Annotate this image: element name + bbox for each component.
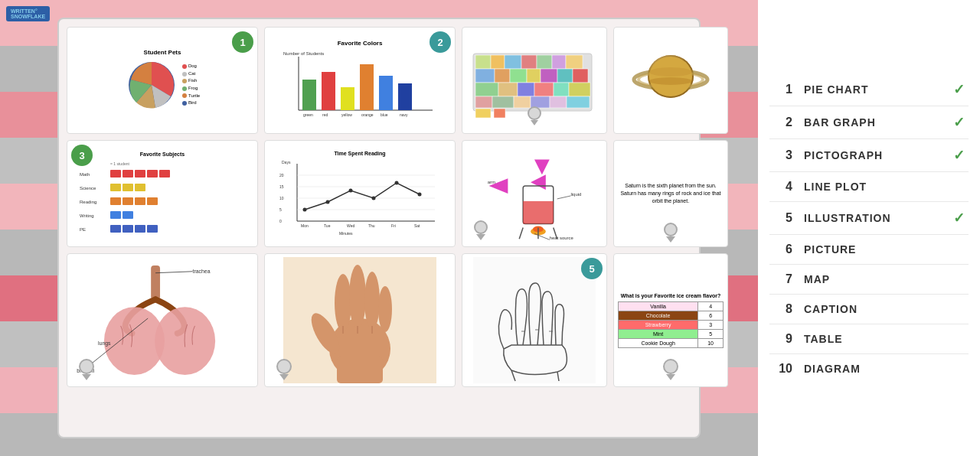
flavor-count: 3 (698, 321, 724, 330)
svg-rect-69 (110, 211, 121, 219)
svg-text:Writing: Writing (80, 213, 94, 218)
svg-text:orange: orange (361, 112, 374, 117)
caption-pin (664, 223, 678, 243)
answer-item-2[interactable]: 2 BAR GRAPH ✓ (769, 106, 969, 139)
badge-5: 5 (581, 258, 603, 279)
answer-item-8[interactable]: 8 CAPTION (769, 295, 969, 324)
svg-rect-34 (534, 83, 554, 96)
answer-item-7[interactable]: 7 MAP (769, 265, 969, 295)
flavor-count: 6 (698, 311, 724, 321)
svg-text:Sat: Sat (414, 223, 420, 228)
flavor-name: Vanilla (619, 302, 698, 311)
svg-line-111 (557, 196, 571, 199)
diagram-card[interactable]: liquid arm heat source (462, 140, 607, 247)
map-pin (528, 106, 541, 125)
table-row: Strawberry 3 (619, 321, 724, 330)
answer-item-3[interactable]: 3 PICTOGRAPH ✓ (769, 139, 969, 172)
map-card[interactable] (462, 27, 607, 134)
svg-rect-70 (122, 211, 133, 219)
caption-card[interactable]: Saturn is the sixth planet from the sun.… (613, 140, 728, 247)
svg-rect-116 (151, 265, 160, 299)
svg-rect-67 (135, 197, 145, 205)
line-plot-card[interactable]: Time Spent Reading Days 0 5 10 15 (264, 140, 456, 247)
answer-label: CAPTION (804, 303, 965, 315)
answer-label: TABLE (804, 333, 965, 345)
flavor-count: 4 (698, 302, 724, 311)
svg-point-51 (649, 77, 692, 85)
svg-rect-18 (491, 55, 505, 69)
line-plot-svg: Days 0 5 10 15 20 (278, 156, 443, 236)
answer-label: PIE CHART (804, 83, 942, 96)
svg-rect-64 (135, 184, 145, 191)
anatomy-card[interactable]: trachea lungs bronchi (67, 253, 258, 387)
planet-svg (621, 38, 720, 122)
svg-text:Wed: Wed (347, 223, 354, 228)
hand-photo-pin (276, 359, 292, 380)
answer-item-1[interactable]: 1 PIE CHART ✓ (769, 73, 969, 106)
flavor-name: Chocolate (619, 311, 698, 321)
svg-text:PE: PE (80, 227, 86, 232)
table-row: Chocolate 6 (619, 311, 724, 321)
answer-number: 2 (773, 116, 792, 129)
anatomy-svg: trachea lungs bronchi (74, 258, 250, 383)
diagram-pin (474, 220, 488, 240)
right-panel: 1 PIE CHART ✓ 2 BAR GRAPH ✓ 3 PICTOGRAPH… (758, 0, 980, 456)
svg-text:Thu: Thu (368, 223, 375, 228)
svg-rect-57 (110, 170, 121, 178)
pictograph-card[interactable]: 3 Favorite Subjects Math Science Reading… (67, 140, 258, 247)
svg-rect-30 (573, 69, 588, 83)
svg-rect-23 (566, 55, 583, 69)
table-row: Cookie Dough 10 (619, 339, 724, 348)
answer-number: 4 (773, 180, 792, 194)
bar-graph-card[interactable]: 2 Favorite Colors Number of Students (264, 27, 456, 134)
svg-text:Number of Students: Number of Students (283, 51, 324, 56)
answer-item-6[interactable]: 6 PICTURE (769, 235, 969, 265)
svg-rect-63 (122, 184, 133, 191)
answer-item-9[interactable]: 9 TABLE (769, 324, 969, 354)
answer-number: 7 (773, 272, 792, 286)
answer-number: 9 (773, 332, 792, 346)
table-card[interactable]: What is your Favorite ice cream flavor? … (613, 253, 728, 387)
svg-rect-21 (537, 55, 552, 69)
flavor-name: Mint (619, 330, 698, 339)
flavor-count: 10 (698, 339, 724, 348)
flavor-table: Vanilla 4 Chocolate 6 Strawberry 3 Mint … (618, 301, 724, 348)
svg-rect-65 (110, 197, 121, 205)
answer-number: 8 (773, 302, 792, 316)
logo-product: SNOWFLAKE (11, 14, 45, 19)
svg-text:Math: Math (80, 172, 90, 177)
badge-1: 1 (232, 31, 253, 53)
svg-rect-35 (554, 83, 569, 96)
svg-rect-33 (518, 83, 534, 96)
logo-brand: WRITTEN° (11, 8, 45, 14)
svg-point-128 (349, 265, 366, 329)
table-title: What is your Favorite ice cream flavor? (621, 292, 721, 299)
hand-photo-card[interactable] (264, 253, 456, 387)
svg-point-90 (348, 189, 352, 193)
answer-label: PICTOGRAPH (804, 149, 942, 161)
svg-rect-6 (341, 87, 354, 110)
flavor-name: Strawberry (619, 321, 698, 330)
table-pin (663, 359, 678, 380)
svg-text:Tue: Tue (324, 223, 331, 228)
bar-graph-svg: Number of Students green red yellow (279, 49, 440, 122)
svg-rect-8 (379, 76, 393, 110)
answer-item-4[interactable]: 4 LINE PLOT (769, 172, 969, 202)
answer-item-10[interactable]: 10 DIAGRAM (769, 354, 969, 383)
pie-chart-card[interactable]: 1 Student Pets Dog Cat (67, 27, 258, 134)
svg-rect-22 (552, 55, 566, 69)
caption-text: Saturn is the sixth planet from the sun.… (618, 180, 724, 207)
svg-text:15: 15 (279, 184, 284, 189)
planet-card[interactable] (613, 27, 728, 134)
flavor-count: 5 (698, 330, 724, 339)
answer-item-5[interactable]: 5 ILLUSTRATION ✓ (769, 202, 969, 235)
svg-text:liquid: liquid (570, 192, 581, 197)
svg-rect-66 (122, 197, 133, 205)
pie-chart-title: Student Pets (144, 49, 181, 56)
svg-point-118 (155, 307, 215, 375)
svg-text:Minutes: Minutes (339, 231, 353, 236)
svg-rect-62 (110, 184, 121, 191)
hand-drawing-card[interactable]: 5 (462, 253, 607, 387)
check-icon: ✓ (953, 114, 965, 131)
pictograph-svg: Math Science Reading Writing PE (78, 159, 247, 236)
